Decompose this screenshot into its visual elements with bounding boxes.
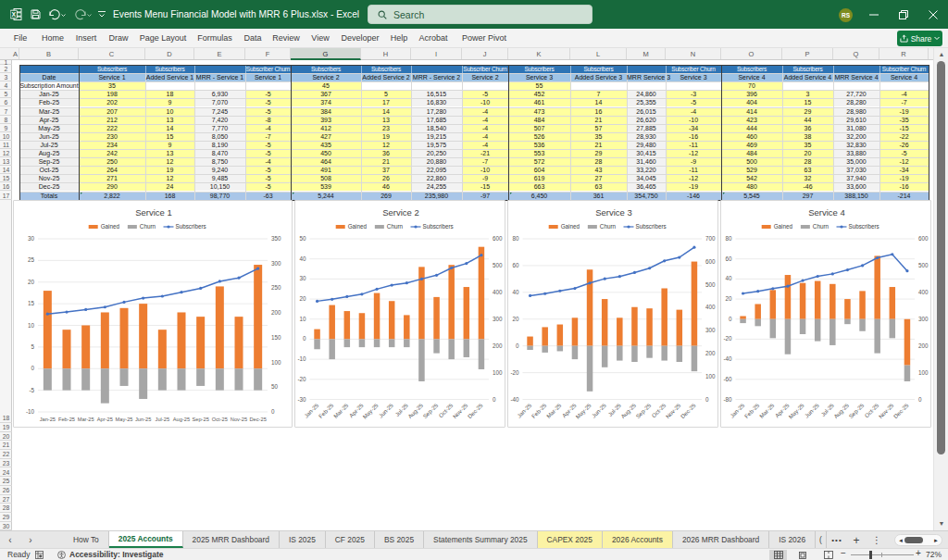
cell-H8[interactable]: 13 [361, 116, 411, 124]
cell-H10[interactable]: 19 [361, 132, 411, 141]
cell-O4[interactable]: 70 [721, 81, 782, 90]
cell-O15[interactable]: 542 [721, 174, 782, 182]
cell-L9[interactable]: 57 [570, 124, 627, 132]
sheet-tab--[interactable]: ( [816, 531, 827, 548]
cell-P2[interactable]: Subscribers [782, 65, 833, 73]
cell-P15[interactable]: 32 [782, 174, 833, 182]
cell-E4[interactable] [194, 81, 245, 90]
cell-M7[interactable]: 26,015 [627, 107, 666, 116]
cell-R12[interactable]: -5 [879, 149, 929, 157]
cell-B16[interactable]: Dec-25 [19, 182, 79, 191]
column-header-M[interactable]: M [627, 48, 666, 59]
cell-D5[interactable]: 18 [145, 90, 194, 98]
ribbon-tab-home[interactable]: Home [42, 29, 64, 48]
normal-view-button[interactable] [769, 550, 787, 560]
cell-J6[interactable]: -10 [462, 98, 508, 106]
all-sheets-button[interactable]: ⋮ [867, 535, 887, 545]
chart-service-3[interactable]: Service 3GainedChurnSubscribers-40-20020… [507, 200, 718, 428]
column-header-O[interactable]: O [721, 48, 782, 59]
cell-C10[interactable]: 230 [79, 132, 145, 141]
cell-F3[interactable]: Service 1 [245, 73, 291, 81]
cell-Q16[interactable]: 33,600 [833, 182, 879, 191]
cell-O9[interactable]: 444 [721, 124, 782, 132]
sheet-tab-cf-2025[interactable]: CF 2025 [326, 531, 375, 548]
cell-C14[interactable]: 264 [79, 166, 145, 174]
ribbon-tab-draw[interactable]: Draw [108, 29, 128, 48]
cell-I3[interactable]: MRR - Service 2 [411, 73, 462, 81]
cell-G16[interactable]: 539 [291, 182, 361, 191]
cell-O14[interactable]: 529 [721, 166, 782, 174]
row-header-22[interactable]: 22 [0, 450, 12, 459]
sheet-tab-is-2026[interactable]: IS 2026 [769, 531, 816, 548]
cell-E2[interactable] [194, 65, 245, 73]
cell-M8[interactable]: 26,620 [627, 116, 666, 124]
row-header-23[interactable]: 23 [0, 459, 12, 468]
cell-C4[interactable]: 35 [79, 81, 145, 90]
sheet-tab-bs-2025[interactable]: BS 2025 [375, 531, 424, 548]
cell-M5[interactable]: 24,860 [627, 90, 666, 98]
legend-item-gained[interactable]: Gained [336, 223, 368, 230]
column-header-R[interactable]: R [879, 48, 929, 59]
cell-O11[interactable]: 469 [721, 141, 782, 149]
cell-R4[interactable] [879, 81, 929, 90]
cell-J3[interactable]: Service 2 [462, 73, 508, 81]
row-header-18[interactable]: 18 [0, 414, 12, 423]
chart-service-4[interactable]: Service 4GainedChurnSubscribers-80-60-40… [720, 200, 931, 428]
cell-Q9[interactable]: 31,080 [833, 124, 879, 132]
cell-I15[interactable]: 22,860 [411, 174, 462, 182]
cell-Q10[interactable]: 32,200 [833, 132, 879, 141]
share-button[interactable]: Share [897, 31, 942, 46]
cell-I9[interactable]: 18,540 [411, 124, 462, 132]
sheet-tab-2026-accounts[interactable]: 2026 Accounts [603, 531, 673, 548]
column-header-H[interactable]: H [361, 48, 411, 59]
row-header-29[interactable]: 29 [0, 513, 12, 522]
cell-H11[interactable]: 12 [361, 141, 411, 149]
cell-G17[interactable]: 5,244 [291, 192, 361, 200]
cell-D11[interactable]: 9 [145, 141, 194, 149]
legend-item-subscribers[interactable]: Subscribers [411, 223, 454, 230]
column-header-I[interactable]: I [411, 48, 462, 59]
cell-N12[interactable]: -12 [666, 149, 721, 157]
cell-O13[interactable]: 500 [721, 157, 782, 166]
cell-B15[interactable]: Nov-25 [19, 174, 79, 182]
zoom-in-button[interactable]: + [916, 548, 921, 560]
cell-F15[interactable]: -5 [245, 174, 291, 182]
cell-P5[interactable]: 3 [782, 90, 833, 98]
cell-K4[interactable]: 55 [508, 81, 570, 90]
more-tabs-button[interactable]: ••• [828, 536, 846, 544]
cell-K15[interactable]: 619 [508, 174, 570, 182]
cell-G14[interactable]: 491 [291, 166, 361, 174]
column-header-L[interactable]: L [570, 48, 627, 59]
chart-service-2[interactable]: Service 2GainedChurnSubscribers-30-20-10… [294, 200, 505, 428]
cell-N6[interactable]: -5 [666, 98, 721, 106]
cell-M11[interactable]: 29,480 [627, 141, 666, 149]
legend-item-churn[interactable]: Churn [375, 223, 404, 230]
cell-I2[interactable] [411, 65, 462, 73]
cell-N9[interactable]: -34 [666, 124, 721, 132]
cell-P16[interactable]: -46 [782, 182, 833, 191]
cell-C6[interactable]: 202 [79, 98, 145, 106]
cell-O5[interactable]: 396 [721, 90, 782, 98]
cell-K6[interactable]: 461 [508, 98, 570, 106]
row-header-8[interactable]: 8 [0, 116, 12, 124]
cell-G12[interactable]: 450 [291, 149, 361, 157]
cell-D9[interactable]: 14 [145, 124, 194, 132]
row-header-6[interactable]: 6 [0, 98, 12, 106]
cell-R9[interactable]: -15 [879, 124, 929, 132]
column-header-A[interactable]: A [12, 48, 19, 59]
cell-D17[interactable]: 168 [145, 192, 194, 200]
cell-D16[interactable]: 24 [145, 182, 194, 191]
cell-H15[interactable]: 26 [361, 174, 411, 182]
cell-F12[interactable]: -5 [245, 149, 291, 157]
cell-M9[interactable]: 27,885 [627, 124, 666, 132]
cell-C8[interactable]: 212 [79, 116, 145, 124]
ribbon-tab-help[interactable]: Help [391, 29, 408, 48]
column-header-K[interactable]: K [508, 48, 570, 59]
cell-B9[interactable]: May-25 [19, 124, 79, 132]
cell-J2[interactable]: Subscriber Churn [462, 65, 508, 73]
row-header-20[interactable]: 20 [0, 432, 12, 442]
cell-D6[interactable]: 9 [145, 98, 194, 106]
cell-Q8[interactable]: 29,610 [833, 116, 879, 124]
cell-G7[interactable]: 384 [291, 107, 361, 116]
cell-R17[interactable]: -214 [879, 192, 929, 200]
